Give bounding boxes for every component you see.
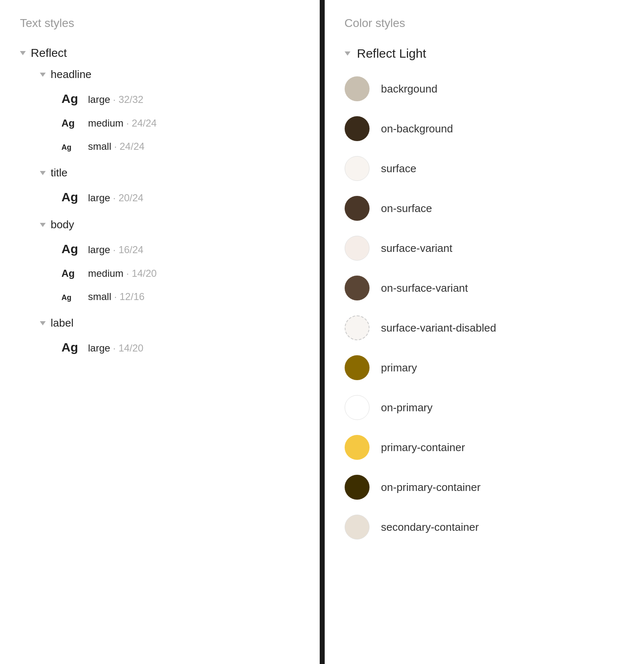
color-item[interactable]: on-primary [345, 388, 624, 427]
style-name: medium [88, 268, 123, 279]
style-metrics: · 16/24 [113, 244, 143, 255]
style-metrics: · 20/24 [113, 192, 143, 203]
sub-group-label: label [51, 317, 73, 330]
color-group: Reflect Light backrgoundon-backgroundsur… [345, 46, 624, 547]
ag-preview: Ag [61, 92, 80, 106]
style-metrics: · 12/16 [114, 291, 144, 302]
chevron-icon [40, 73, 46, 77]
style-metrics: · 32/32 [113, 94, 143, 105]
style-info: medium · 14/20 [88, 268, 157, 279]
color-swatch [345, 475, 370, 500]
ag-preview: Ag [61, 117, 80, 129]
text-style-item[interactable]: Ag large · 32/32 [20, 86, 300, 112]
color-name: on-background [381, 122, 453, 135]
text-styles-content: Reflect headline Ag large · 32/32 Ag med… [20, 46, 300, 360]
style-metrics: · 14/20 [126, 268, 157, 279]
color-swatch [345, 236, 370, 261]
style-metrics: · 14/20 [113, 342, 143, 354]
style-name: small [88, 141, 111, 152]
text-group-header[interactable]: Reflect [20, 46, 300, 60]
color-name: primary-container [381, 441, 465, 454]
color-name: surface [381, 162, 416, 175]
color-item[interactable]: primary [345, 348, 624, 388]
text-group: Reflect headline Ag large · 32/32 Ag med… [20, 46, 300, 360]
style-info: small · 24/24 [88, 141, 144, 152]
style-metrics: · 24/24 [114, 141, 144, 152]
color-item[interactable]: on-primary-container [345, 467, 624, 507]
color-group-header[interactable]: Reflect Light [345, 46, 624, 61]
color-item[interactable]: surface-variant-disabled [345, 308, 624, 348]
text-style-item[interactable]: Ag large · 16/24 [20, 236, 300, 262]
color-name: on-primary [381, 401, 433, 414]
color-item[interactable]: on-background [345, 109, 624, 149]
color-name: on-surface-variant [381, 282, 468, 295]
color-item[interactable]: primary-container [345, 427, 624, 467]
sub-group-label: headline [51, 68, 91, 81]
ag-preview: Ag [61, 190, 80, 204]
style-info: small · 12/16 [88, 291, 144, 303]
ag-preview: Ag [61, 268, 80, 279]
style-name: medium [88, 117, 123, 129]
chevron-icon [40, 171, 46, 175]
ag-preview: Ag [61, 293, 80, 302]
sub-group-header[interactable]: title [20, 166, 300, 179]
color-item[interactable]: secondary-container [345, 507, 624, 547]
sub-group-label: body [51, 218, 74, 231]
color-group-label: Reflect Light [357, 46, 426, 61]
color-item[interactable]: on-surface-variant [345, 268, 624, 308]
style-info: large · 14/20 [88, 342, 143, 354]
group-label: Reflect [31, 46, 67, 60]
text-style-item[interactable]: Ag small · 12/16 [20, 285, 300, 308]
color-name: backrgound [381, 83, 438, 95]
ag-preview: Ag [61, 143, 80, 152]
sub-group-label: title [51, 166, 67, 179]
text-style-item[interactable]: Ag large · 20/24 [20, 184, 300, 210]
chevron-icon [40, 223, 46, 227]
style-name: large [88, 244, 110, 255]
style-metrics: · 24/24 [126, 117, 157, 129]
color-item[interactable]: surface-variant [345, 228, 624, 268]
color-name: primary [381, 361, 417, 374]
color-swatch [345, 76, 370, 101]
sub-group-header[interactable]: headline [20, 68, 300, 81]
style-name: large [88, 94, 110, 105]
color-item[interactable]: backrgound [345, 69, 624, 109]
color-styles-content: Reflect Light backrgoundon-backgroundsur… [345, 46, 624, 547]
color-name: secondary-container [381, 521, 479, 534]
sub-group-header[interactable]: label [20, 317, 300, 330]
style-name: large [88, 192, 110, 203]
color-item[interactable]: on-surface [345, 188, 624, 228]
style-name: large [88, 342, 110, 354]
text-styles-title: Text styles [20, 17, 300, 30]
chevron-icon [20, 51, 26, 55]
color-swatch [345, 196, 370, 221]
text-style-item[interactable]: Ag medium · 14/20 [20, 262, 300, 285]
color-name: on-surface [381, 202, 432, 215]
text-style-item[interactable]: Ag small · 24/24 [20, 135, 300, 158]
color-styles-panel: Color styles Reflect Light backrgoundon-… [325, 0, 644, 664]
panel-divider [320, 0, 325, 664]
color-swatch [345, 515, 370, 540]
color-swatch [345, 395, 370, 420]
color-swatch [345, 435, 370, 460]
ag-preview: Ag [61, 242, 80, 256]
color-name: surface-variant [381, 242, 453, 255]
style-info: large · 32/32 [88, 94, 143, 105]
text-style-item[interactable]: Ag medium · 24/24 [20, 112, 300, 135]
color-name: surface-variant-disabled [381, 322, 496, 334]
text-style-item[interactable]: Ag large · 14/20 [20, 334, 300, 360]
color-item[interactable]: surface [345, 149, 624, 188]
color-name: on-primary-container [381, 481, 481, 494]
color-swatch [345, 355, 370, 380]
sub-group-header[interactable]: body [20, 218, 300, 231]
style-info: medium · 24/24 [88, 117, 157, 129]
color-swatch [345, 315, 370, 340]
color-swatch [345, 116, 370, 141]
text-styles-panel: Text styles Reflect headline Ag large · … [0, 0, 320, 664]
color-styles-title: Color styles [345, 17, 624, 30]
color-swatch [345, 276, 370, 300]
ag-preview: Ag [61, 340, 80, 354]
color-swatch [345, 156, 370, 181]
style-info: large · 16/24 [88, 244, 143, 256]
style-info: large · 20/24 [88, 192, 143, 204]
